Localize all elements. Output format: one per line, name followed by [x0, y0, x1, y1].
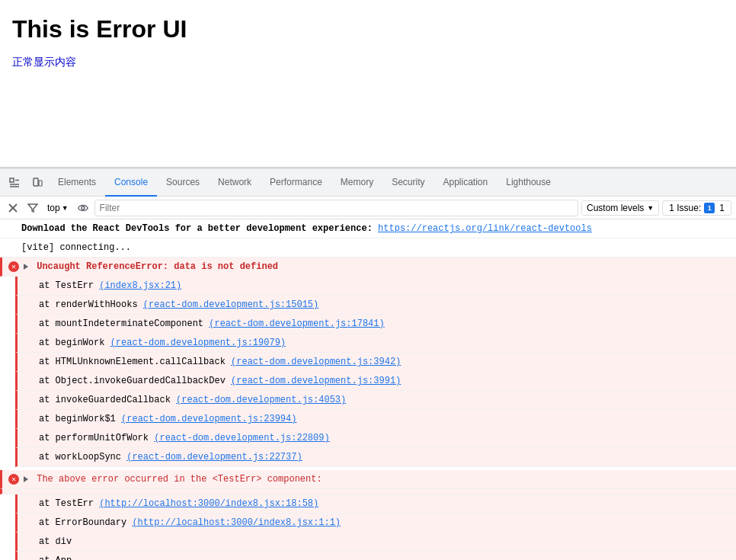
svg-rect-0: [10, 178, 14, 182]
tab-application[interactable]: Application: [434, 169, 498, 197]
tab-lighthouse[interactable]: Lighthouse: [497, 169, 560, 197]
error1-stack-8: at beginWork$1 (react-dom.development.js…: [15, 410, 736, 429]
error2-spacer: [0, 489, 736, 494]
error1-stack-5: at HTMLUnknownElement.callCallback (reac…: [15, 353, 736, 372]
clear-console-icon[interactable]: [5, 200, 21, 216]
tab-security[interactable]: Security: [382, 169, 434, 197]
svg-point-9: [82, 206, 85, 210]
error1-stack-6: at Object.invokeGuardedCallbackDev (reac…: [15, 372, 736, 391]
error2-stack-3: at div: [15, 533, 736, 552]
context-selector[interactable]: top ▼: [44, 201, 72, 215]
error2-stack-4: at App: [15, 552, 736, 560]
tab-memory[interactable]: Memory: [331, 169, 382, 197]
console-toolbar: top ▼ Custom levels ▼ 1 Issue: 1 1: [0, 197, 736, 219]
error1-stack-1: at TestErr (index8.jsx:21): [15, 277, 736, 296]
eye-icon[interactable]: [75, 200, 91, 216]
error1-stack-2: at renderWithHooks (react-dom.developmen…: [15, 296, 736, 315]
console-line-error1: ✕ Uncaught ReferenceError: data is not d…: [0, 258, 736, 277]
tab-sources[interactable]: Sources: [157, 169, 209, 197]
console-line-error2: ✕ The above error occurred in the <TestE…: [0, 470, 736, 489]
console-line-devtools: Download the React DevTools for a better…: [0, 219, 736, 238]
svg-rect-5: [39, 181, 42, 186]
error1-message: Uncaught ReferenceError: data is not def…: [37, 261, 278, 272]
filter-input[interactable]: [94, 200, 578, 216]
tab-network[interactable]: Network: [209, 169, 261, 197]
error2-stack-link-2[interactable]: (http://localhost:3000/index8.jsx:1:1): [132, 517, 341, 528]
error-icon-1: ✕: [8, 261, 19, 272]
expand-error1-icon[interactable]: [24, 264, 28, 270]
page-title: This is Error UI: [12, 15, 724, 43]
page-subtitle: 正常显示内容: [12, 56, 724, 69]
devtools-msg-bold: Download the React DevTools for a better…: [21, 223, 378, 234]
error1-stack-link-8[interactable]: (react-dom.development.js:23994): [121, 414, 296, 424]
expand-error2-icon[interactable]: [24, 476, 28, 482]
error1-stack-9: at performUnitOfWork (react-dom.developm…: [15, 429, 736, 448]
error1-stack-link-10[interactable]: (react-dom.development.js:22737): [126, 452, 302, 462]
error1-stack-link-4[interactable]: (react-dom.development.js:19079): [110, 338, 286, 348]
error-icon-2: ✕: [8, 474, 19, 485]
error2-message: The above error occurred in the <TestErr…: [37, 474, 322, 485]
console-line-vite: [vite] connecting...: [0, 238, 736, 258]
custom-levels-button[interactable]: Custom levels ▼: [581, 200, 659, 216]
error1-stack-link-1[interactable]: (index8.jsx:21): [99, 280, 181, 291]
device-toolbar-icon[interactable]: [27, 172, 48, 194]
filter-icon[interactable]: [24, 200, 41, 216]
issues-button[interactable]: 1 Issue: 1 1: [662, 200, 731, 216]
error1-stack-3: at mountIndeterminateComponent (react-do…: [15, 315, 736, 334]
error1-stack-link-2[interactable]: (react-dom.development.js:15015): [143, 299, 318, 310]
error1-stack-4: at beginWork (react-dom.development.js:1…: [15, 334, 736, 353]
devtools-panel: Elements Console Sources Network Perform…: [0, 168, 736, 560]
custom-levels-dropdown-icon: ▼: [647, 204, 654, 212]
error1-stack-link-3[interactable]: (react-dom.development.js:17841): [209, 318, 384, 329]
error1-stack-7: at invokeGuardedCallback (react-dom.deve…: [15, 391, 736, 410]
error1-stack-link-9[interactable]: (react-dom.development.js:22809): [154, 433, 329, 443]
page-content: This is Error UI 正常显示内容: [0, 0, 736, 168]
tab-elements[interactable]: Elements: [49, 169, 105, 197]
devtools-link[interactable]: https://reactjs.org/link/react-devtools: [378, 223, 592, 234]
console-output: Download the React DevTools for a better…: [0, 219, 736, 560]
tab-performance[interactable]: Performance: [261, 169, 331, 197]
inspect-element-icon[interactable]: [4, 172, 25, 194]
context-dropdown-icon: ▼: [62, 204, 69, 212]
error2-stack-2: at ErrorBoundary (http://localhost:3000/…: [15, 514, 736, 533]
error2-stack-1: at TestErr (http://localhost:3000/index8…: [15, 494, 736, 514]
error1-stack-10: at workLoopSync (react-dom.development.j…: [15, 448, 736, 467]
devtools-tab-bar: Elements Console Sources Network Perform…: [0, 169, 736, 197]
tab-console[interactable]: Console: [105, 169, 157, 197]
error1-stack-link-6[interactable]: (react-dom.development.js:3991): [231, 376, 401, 386]
error1-stack-link-5[interactable]: (react-dom.development.js:3942): [231, 357, 401, 367]
error1-stack-link-7[interactable]: (react-dom.development.js:4053): [176, 395, 346, 405]
vite-msg: [vite] connecting...: [21, 242, 131, 253]
error2-stack-link-1[interactable]: (http://localhost:3000/index8.jsx:18:58): [99, 498, 318, 509]
issues-count-icon: 1: [704, 203, 715, 213]
svg-rect-4: [34, 178, 38, 186]
